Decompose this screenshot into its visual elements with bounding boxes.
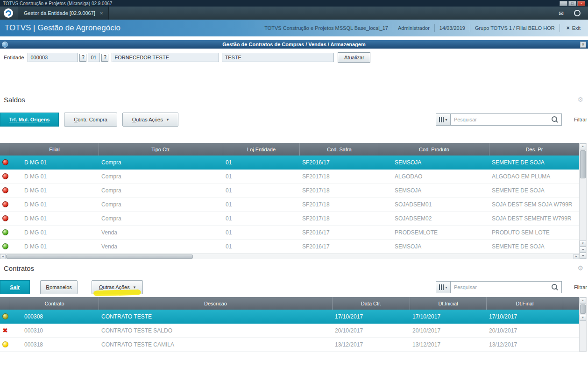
column-header-dt-final[interactable]: Dt.Final [487,297,563,310]
cell-loj: 01 [223,229,300,236]
status-ring-icon[interactable] [574,10,581,16]
cell-dt-final: 17/10/2017 [487,313,563,320]
column-header-descricao[interactable]: Des. Pr [489,143,579,156]
cell-dt-inicial: 13/12/2017 [410,341,487,348]
close-button[interactable]: × [577,1,585,6]
table-row[interactable]: D MG 01 Venda 01 SF2016/17 PRODSEMLOTE P… [0,226,579,240]
chevron-down-icon: ▾ [445,285,447,290]
table-row[interactable]: D MG 01 Compra 01 SF2017/18 SOJADSEM02 S… [0,212,579,226]
cell-loj: 01 [223,159,300,166]
scroll-down-icon[interactable]: ▼ [580,315,586,321]
entity-name-input[interactable] [112,53,219,62]
saldos-horizontal-scrollbar[interactable]: ◄ ► [0,254,579,259]
table-row[interactable]: D MG 01 Compra 01 SF2016/17 SEMSOJA SEME… [0,156,579,170]
exit-label: Exit [572,25,581,31]
exit-button[interactable]: × Exit [560,25,583,31]
environment-label: TOTVS Construção e Projetos MSSQL Base_l… [260,25,393,31]
exit-x-icon: × [567,25,570,31]
scrollbar-thumb[interactable] [580,304,586,314]
column-header-tipo[interactable]: Tipo Ctr. [99,143,223,156]
cell-dt-final: 13/12/2017 [487,341,563,348]
cell-safra: SF2017/18 [300,215,379,222]
cell-data-ctr: 20/10/2017 [333,327,410,334]
contratos-filter-link[interactable]: Filtrar [574,284,587,290]
entity-lookup-button[interactable]: ? [79,54,86,62]
status-icon [2,187,8,193]
update-button[interactable]: Atualizar [338,52,370,63]
cell-filial: D MG 01 [10,201,99,208]
scroll-right-icon[interactable]: ► [574,254,579,259]
column-header-extra[interactable] [563,297,579,310]
entity-alias-input[interactable] [222,53,334,62]
column-header-produto[interactable]: Cod. Produto [379,143,489,156]
column-header-status[interactable] [0,297,10,310]
scrollbar-thumb[interactable] [6,255,193,259]
tab-close-icon[interactable]: × [100,10,103,16]
saldos-vertical-scrollbar[interactable]: ▲ ▼ ▾▾ ▾▾ [579,143,587,259]
column-header-safra[interactable]: Cod. Safra [300,143,379,156]
cell-descricao: PRODUTO SEM LOTE [489,229,579,236]
contratos-table: Contrato Descricao Data Ctr. Dt.Inicial … [0,297,588,352]
cell-produto: SEMSOJA [379,159,489,166]
sair-button[interactable]: Sair [0,280,30,294]
table-row[interactable]: 000308 CONTRATO TESTE 17/10/2017 17/10/2… [0,310,579,324]
totvs-logo-icon [4,8,13,18]
cell-dt-inicial: 20/10/2017 [410,327,487,334]
column-header-loj[interactable]: Loj.Entidade [223,143,300,156]
table-row[interactable]: D MG 01 Compra 01 SF2017/18 SOJADSEM01 S… [0,198,579,212]
dialog-titlebar: Gestão de Contratos de Compras / Vendas … [0,40,588,49]
cell-produto: ALGODAO [379,173,489,180]
tab-label: Gestor da Entidade [02.9.0067] [24,10,95,16]
scroll-up-icon[interactable]: ▲ [580,143,586,149]
cell-filial: D MG 01 [10,187,99,194]
table-row[interactable]: 000310 CONTRATO TESTE SALDO 20/10/2017 2… [0,324,579,338]
table-row[interactable]: 000318 CONTRATO TESTE CAMILA 13/12/2017 … [0,338,579,352]
maximize-button[interactable]: □ [568,1,576,6]
contratos-vertical-scrollbar[interactable]: ▲ ▼ [579,297,587,352]
contratos-settings-gear-icon[interactable]: ⚙ [577,265,583,271]
table-row[interactable]: D MG 01 Compra 01 SF2017/18 SEMSOJA SEME… [0,184,579,198]
tab-gestor-entidade[interactable]: Gestor da Entidade [02.9.0067] × [18,7,109,20]
contr-compra-button[interactable]: Contr. Compra [64,113,117,127]
saldos-settings-gear-icon[interactable]: ⚙ [577,96,583,103]
search-icon[interactable] [552,284,558,290]
table-row[interactable]: D MG 01 Venda 01 SF2016/17 SEMSOJA SEMEN… [0,240,579,254]
column-header-status[interactable] [0,143,10,156]
column-header-descricao[interactable]: Descricao [99,297,333,310]
entity-code-input[interactable] [28,53,78,62]
contratos-search-input[interactable] [454,284,552,290]
table-row[interactable]: D MG 01 Compra 01 SF2017/18 ALGODAO ALGO… [0,170,579,184]
mail-icon[interactable]: ✉ [559,10,564,16]
trf-mul-origens-button[interactable]: Trf. Mul. Origens [0,113,59,127]
cell-produto: SEMSOJA [379,187,489,194]
scrollbar-thumb[interactable] [580,150,586,178]
contratos-search-box [451,281,562,293]
column-header-data-ctr[interactable]: Data Ctr. [333,297,410,310]
dialog-close-button[interactable]: × [580,42,586,48]
page-down-icon[interactable]: ▾▾ [580,247,586,253]
search-icon[interactable] [552,116,558,123]
cell-tipo: Venda [99,243,223,250]
contratos-columns-button[interactable]: ▾ [436,281,451,293]
saldos-filter-link[interactable]: Filtrar [574,117,587,122]
app-header: TOTVS | Gestão de Agronegócio TOTVS Cons… [0,20,588,36]
column-header-dt-inicial[interactable]: Dt.Inicial [410,297,487,310]
columns-icon [439,117,444,122]
scroll-left-icon[interactable]: ◄ [0,254,6,259]
cell-safra: SF2016/17 [300,229,379,236]
cell-descricao: CONTRATO TESTE SALDO [99,327,333,334]
romaneios-button[interactable]: Romaneios [40,280,78,294]
saldos-columns-button[interactable]: ▾ [436,113,451,126]
column-header-contrato[interactable]: Contrato [10,297,99,310]
saldos-search-input[interactable] [454,117,552,122]
app-header-info: TOTVS Construção e Projetos MSSQL Base_l… [260,24,583,32]
scroll-down-icon[interactable]: ▼ [580,241,586,247]
store-code-input[interactable] [88,53,100,62]
column-header-filial[interactable]: Filial [10,143,99,156]
end-icon[interactable]: ▾▾ [580,253,586,259]
dialog-title: Gestão de Contratos de Compras / Vendas … [0,42,588,47]
store-lookup-button[interactable]: ? [101,54,108,62]
saldos-outras-acoes-button[interactable]: Outras Ações ▾ [122,113,178,127]
scroll-up-icon[interactable]: ▲ [580,297,586,304]
minimize-button[interactable]: – [560,1,567,6]
